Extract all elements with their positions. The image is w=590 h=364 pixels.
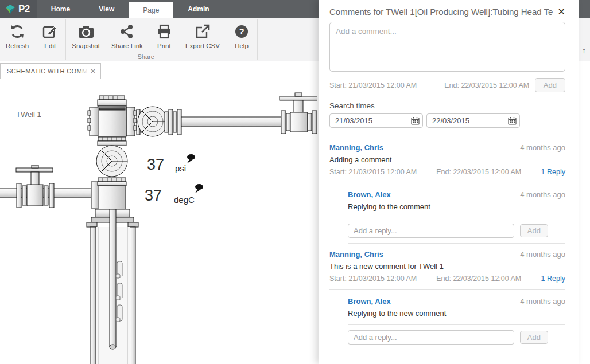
reply-time: 4 months ago — [520, 297, 565, 306]
wellhead-upper-body — [98, 106, 126, 136]
right-valve-handle — [280, 96, 317, 100]
tab-close-icon[interactable]: ✕ — [90, 67, 96, 75]
left-valve-body — [27, 185, 43, 206]
calendar-icon[interactable] — [507, 116, 517, 126]
share-group-label: Share — [66, 53, 226, 60]
reply-text: Replying to the comment — [348, 202, 565, 211]
left-valve-handle — [16, 168, 53, 172]
comments-list: Manning, Chris 4 months ago Adding a com… — [329, 137, 565, 350]
well-schematic-canvas: TWell 1 37 psi 37 degC — [0, 79, 317, 364]
svg-text:?: ? — [239, 26, 244, 36]
reply-count-link[interactable]: 1 Reply — [541, 168, 565, 176]
comment-start-time: Start: 21/03/2015 12:00 AM — [329, 81, 417, 89]
calendar-icon[interactable] — [410, 116, 420, 126]
svg-text:degC: degC — [174, 195, 195, 205]
comments-panel-title: Comments for TWell 1[Oil Producing Well]… — [329, 7, 553, 17]
well-label: TWell 1 — [16, 110, 41, 119]
tab-label: SCHEMATIC WITH COMMEN — [7, 68, 88, 75]
search-times-label: Search times — [329, 101, 565, 110]
tab-schematic-with-comments[interactable]: SCHEMATIC WITH COMMEN ✕ — [0, 63, 101, 79]
share-icon — [119, 23, 134, 40]
collapse-ribbon-button[interactable]: ↑ — [582, 46, 586, 55]
comments-panel: Comments for TWell 1[Oil Producing Well]… — [319, 0, 579, 364]
add-reply-button[interactable]: Add — [520, 331, 548, 344]
snapshot-button[interactable]: Snapshot — [66, 18, 106, 53]
reply-author[interactable]: Brown, Alex — [348, 190, 391, 199]
refresh-button[interactable]: Refresh — [0, 18, 34, 61]
add-reply-input[interactable] — [348, 224, 514, 238]
refresh-icon — [10, 23, 25, 40]
brand-name: P2 — [18, 3, 30, 15]
right-valve-body — [290, 112, 308, 132]
svg-text:psi: psi — [175, 163, 186, 173]
replies-section: Brown, Alex 4 months ago Replying to the… — [348, 183, 565, 244]
replies-section: Brown, Alex 4 months ago Replying to the… — [348, 290, 565, 350]
comment-time: 4 months ago — [520, 143, 565, 152]
temperature-annotation[interactable]: 37 degC — [145, 184, 203, 205]
pressure-annotation[interactable]: 37 psi — [147, 154, 195, 173]
edit-icon — [42, 23, 57, 40]
comment-balloon-icon — [187, 154, 195, 163]
edit-button[interactable]: Edit — [34, 18, 65, 61]
nav-tab-admin[interactable]: Admin — [173, 0, 223, 18]
nav-tab-view[interactable]: View — [84, 0, 129, 18]
comment-author[interactable]: Manning, Chris — [329, 143, 383, 152]
comment-start-time: Start: 21/03/2015 12:00 AM — [329, 168, 417, 176]
p2-logo-icon — [5, 4, 15, 14]
search-from-date-input[interactable] — [329, 113, 423, 128]
comment-text: Adding a comment — [329, 155, 565, 164]
svg-text:37: 37 — [145, 187, 162, 204]
svg-text:37: 37 — [147, 156, 164, 173]
export-csv-button[interactable]: Export CSV — [180, 18, 226, 53]
app-window: P2 Home View Page Admin Refresh Edit — [0, 0, 590, 364]
share-group: Snapshot Share Link Print — [66, 18, 226, 61]
close-icon[interactable]: ✕ — [553, 6, 565, 17]
reply-count-link[interactable]: 1 Reply — [541, 275, 565, 283]
comment-text: This is a new comment for TWell 1 — [329, 262, 565, 271]
search-to-date-input[interactable] — [426, 113, 520, 128]
comment-end-time: End: 22/03/2015 12:00 AM — [444, 81, 529, 89]
comment-item: Manning, Chris 4 months ago Adding a com… — [329, 137, 565, 183]
toolbar-separator — [257, 19, 258, 60]
comment-time: 4 months ago — [520, 250, 565, 259]
comment-start-time: Start: 21/03/2015 12:00 AM — [329, 275, 417, 283]
camera-icon — [77, 23, 95, 40]
comment-item: Manning, Chris 4 months ago This is a ne… — [329, 244, 565, 290]
print-button[interactable]: Print — [149, 18, 180, 53]
comment-end-time: End: 22/03/2015 12:00 AM — [436, 168, 521, 176]
tubing-string — [110, 209, 116, 347]
add-reply-button[interactable]: Add — [520, 224, 548, 237]
print-icon — [157, 23, 172, 40]
nav-tab-page[interactable]: Page — [129, 2, 173, 18]
reply-text: Replying to the new comment — [348, 309, 565, 318]
share-link-button[interactable]: Share Link — [106, 18, 149, 53]
nav-tabs: Home View Page Admin — [37, 0, 224, 18]
reply-time: 4 months ago — [520, 190, 565, 199]
comment-author[interactable]: Manning, Chris — [329, 250, 383, 259]
comment-end-time: End: 22/03/2015 12:00 AM — [436, 275, 521, 283]
add-reply-input[interactable] — [348, 330, 514, 345]
add-comment-button[interactable]: Add — [535, 78, 565, 92]
reply-author[interactable]: Brown, Alex — [348, 297, 391, 306]
help-icon: ? — [234, 23, 249, 40]
export-icon — [195, 23, 210, 40]
add-comment-textarea[interactable] — [329, 22, 565, 72]
help-button[interactable]: ? Help — [226, 18, 257, 61]
nav-tab-home[interactable]: Home — [37, 0, 84, 18]
p2-logo: P2 — [0, 0, 37, 18]
comment-balloon-icon — [195, 184, 203, 193]
